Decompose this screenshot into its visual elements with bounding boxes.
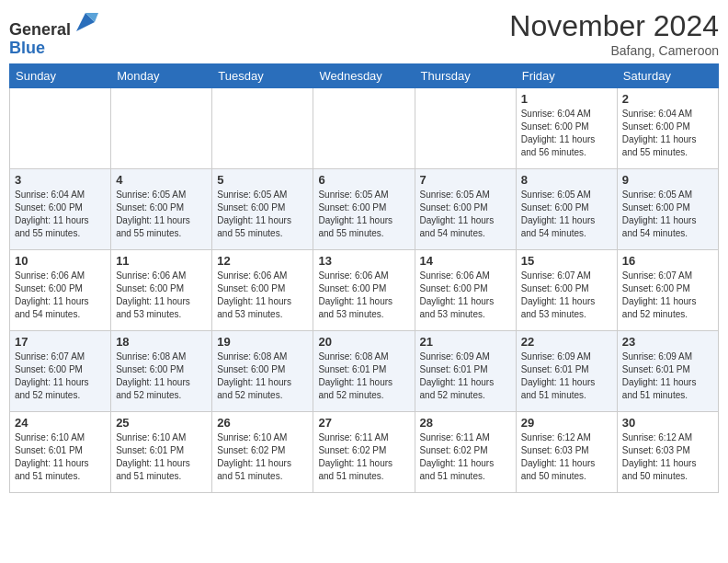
- calendar-cell: 18Sunrise: 6:08 AM Sunset: 6:00 PM Dayli…: [111, 331, 212, 412]
- day-info: Sunrise: 6:04 AM Sunset: 6:00 PM Dayligh…: [622, 108, 713, 159]
- calendar-cell: 28Sunrise: 6:11 AM Sunset: 6:02 PM Dayli…: [415, 412, 516, 493]
- calendar-cell: 12Sunrise: 6:06 AM Sunset: 6:00 PM Dayli…: [212, 250, 313, 331]
- day-number: 11: [116, 254, 207, 268]
- day-number: 15: [521, 254, 612, 268]
- calendar-cell: 13Sunrise: 6:06 AM Sunset: 6:00 PM Dayli…: [313, 250, 415, 331]
- day-info: Sunrise: 6:10 AM Sunset: 6:02 PM Dayligh…: [217, 431, 308, 483]
- weekday-header-monday: Monday: [111, 64, 212, 88]
- weekday-header-wednesday: Wednesday: [313, 64, 415, 88]
- calendar-cell: 5Sunrise: 6:05 AM Sunset: 6:00 PM Daylig…: [212, 169, 313, 250]
- weekday-header-tuesday: Tuesday: [212, 64, 313, 88]
- day-number: 3: [15, 173, 106, 187]
- day-number: 30: [622, 416, 713, 430]
- day-info: Sunrise: 6:06 AM Sunset: 6:00 PM Dayligh…: [420, 270, 511, 321]
- calendar-cell: 30Sunrise: 6:12 AM Sunset: 6:03 PM Dayli…: [617, 412, 718, 493]
- calendar-cell: 24Sunrise: 6:10 AM Sunset: 6:01 PM Dayli…: [10, 412, 111, 493]
- calendar-cell: 11Sunrise: 6:06 AM Sunset: 6:00 PM Dayli…: [111, 250, 212, 331]
- weekday-header-friday: Friday: [516, 64, 617, 88]
- day-info: Sunrise: 6:12 AM Sunset: 6:03 PM Dayligh…: [622, 431, 713, 483]
- calendar-cell: 17Sunrise: 6:07 AM Sunset: 6:00 PM Dayli…: [10, 331, 111, 412]
- day-info: Sunrise: 6:07 AM Sunset: 6:00 PM Dayligh…: [15, 350, 106, 402]
- calendar-cell: [415, 88, 516, 169]
- calendar-cell: 21Sunrise: 6:09 AM Sunset: 6:01 PM Dayli…: [415, 331, 516, 412]
- day-number: 6: [318, 173, 409, 187]
- day-info: Sunrise: 6:05 AM Sunset: 6:00 PM Dayligh…: [217, 189, 308, 240]
- calendar-cell: [313, 88, 415, 169]
- calendar-cell: 26Sunrise: 6:10 AM Sunset: 6:02 PM Dayli…: [212, 412, 313, 493]
- week-row-5: 24Sunrise: 6:10 AM Sunset: 6:01 PM Dayli…: [10, 412, 719, 493]
- logo-blue: Blue: [9, 39, 45, 57]
- calendar-cell: 20Sunrise: 6:08 AM Sunset: 6:01 PM Dayli…: [313, 331, 415, 412]
- day-number: 20: [318, 335, 409, 349]
- week-row-3: 10Sunrise: 6:06 AM Sunset: 6:00 PM Dayli…: [10, 250, 719, 331]
- logo: General Blue: [9, 9, 98, 58]
- day-number: 29: [521, 416, 612, 430]
- day-number: 17: [15, 335, 106, 349]
- calendar-cell: 8Sunrise: 6:05 AM Sunset: 6:00 PM Daylig…: [516, 169, 617, 250]
- day-info: Sunrise: 6:08 AM Sunset: 6:00 PM Dayligh…: [116, 350, 207, 402]
- day-number: 22: [521, 335, 612, 349]
- day-info: Sunrise: 6:10 AM Sunset: 6:01 PM Dayligh…: [116, 431, 207, 483]
- day-number: 9: [622, 173, 713, 187]
- day-number: 1: [521, 92, 612, 106]
- day-info: Sunrise: 6:06 AM Sunset: 6:00 PM Dayligh…: [217, 270, 308, 321]
- calendar-cell: [10, 88, 111, 169]
- weekday-header-saturday: Saturday: [617, 64, 718, 88]
- day-info: Sunrise: 6:06 AM Sunset: 6:00 PM Dayligh…: [15, 270, 106, 321]
- day-number: 25: [116, 416, 207, 430]
- day-number: 7: [420, 173, 511, 187]
- month-title: November 2024: [509, 9, 719, 43]
- logo-general: General: [9, 20, 71, 39]
- week-row-4: 17Sunrise: 6:07 AM Sunset: 6:00 PM Dayli…: [10, 331, 719, 412]
- day-info: Sunrise: 6:06 AM Sunset: 6:00 PM Dayligh…: [116, 270, 207, 321]
- calendar-cell: 6Sunrise: 6:05 AM Sunset: 6:00 PM Daylig…: [313, 169, 415, 250]
- calendar-cell: 29Sunrise: 6:12 AM Sunset: 6:03 PM Dayli…: [516, 412, 617, 493]
- calendar-cell: 14Sunrise: 6:06 AM Sunset: 6:00 PM Dayli…: [415, 250, 516, 331]
- calendar-cell: 22Sunrise: 6:09 AM Sunset: 6:01 PM Dayli…: [516, 331, 617, 412]
- logo-icon: [73, 9, 98, 35]
- day-info: Sunrise: 6:06 AM Sunset: 6:00 PM Dayligh…: [318, 270, 409, 321]
- day-number: 16: [622, 254, 713, 268]
- day-info: Sunrise: 6:05 AM Sunset: 6:00 PM Dayligh…: [420, 189, 511, 240]
- calendar-cell: 1Sunrise: 6:04 AM Sunset: 6:00 PM Daylig…: [516, 88, 617, 169]
- day-info: Sunrise: 6:05 AM Sunset: 6:00 PM Dayligh…: [521, 189, 612, 240]
- day-number: 4: [116, 173, 207, 187]
- day-info: Sunrise: 6:09 AM Sunset: 6:01 PM Dayligh…: [622, 350, 713, 402]
- calendar-cell: 4Sunrise: 6:05 AM Sunset: 6:00 PM Daylig…: [111, 169, 212, 250]
- calendar-cell: 3Sunrise: 6:04 AM Sunset: 6:00 PM Daylig…: [10, 169, 111, 250]
- day-number: 18: [116, 335, 207, 349]
- title-block: November 2024 Bafang, Cameroon: [509, 9, 719, 58]
- day-number: 27: [318, 416, 409, 430]
- calendar-cell: 27Sunrise: 6:11 AM Sunset: 6:02 PM Dayli…: [313, 412, 415, 493]
- location: Bafang, Cameroon: [509, 43, 719, 58]
- day-info: Sunrise: 6:04 AM Sunset: 6:00 PM Dayligh…: [15, 189, 106, 240]
- calendar-cell: 7Sunrise: 6:05 AM Sunset: 6:00 PM Daylig…: [415, 169, 516, 250]
- calendar-cell: 16Sunrise: 6:07 AM Sunset: 6:00 PM Dayli…: [617, 250, 718, 331]
- day-info: Sunrise: 6:09 AM Sunset: 6:01 PM Dayligh…: [521, 350, 612, 402]
- day-info: Sunrise: 6:05 AM Sunset: 6:00 PM Dayligh…: [318, 189, 409, 240]
- day-number: 21: [420, 335, 511, 349]
- day-number: 23: [622, 335, 713, 349]
- week-row-2: 3Sunrise: 6:04 AM Sunset: 6:00 PM Daylig…: [10, 169, 719, 250]
- calendar-cell: 19Sunrise: 6:08 AM Sunset: 6:00 PM Dayli…: [212, 331, 313, 412]
- week-row-1: 1Sunrise: 6:04 AM Sunset: 6:00 PM Daylig…: [10, 88, 719, 169]
- calendar-cell: [212, 88, 313, 169]
- day-number: 10: [15, 254, 106, 268]
- day-number: 19: [217, 335, 308, 349]
- calendar-cell: 10Sunrise: 6:06 AM Sunset: 6:00 PM Dayli…: [10, 250, 111, 331]
- day-info: Sunrise: 6:05 AM Sunset: 6:00 PM Dayligh…: [622, 189, 713, 240]
- calendar-cell: 25Sunrise: 6:10 AM Sunset: 6:01 PM Dayli…: [111, 412, 212, 493]
- day-info: Sunrise: 6:07 AM Sunset: 6:00 PM Dayligh…: [521, 270, 612, 321]
- day-info: Sunrise: 6:11 AM Sunset: 6:02 PM Dayligh…: [318, 431, 409, 483]
- day-number: 24: [15, 416, 106, 430]
- day-info: Sunrise: 6:07 AM Sunset: 6:00 PM Dayligh…: [622, 270, 713, 321]
- day-number: 28: [420, 416, 511, 430]
- day-number: 14: [420, 254, 511, 268]
- day-info: Sunrise: 6:08 AM Sunset: 6:00 PM Dayligh…: [217, 350, 308, 402]
- day-info: Sunrise: 6:12 AM Sunset: 6:03 PM Dayligh…: [521, 431, 612, 483]
- day-info: Sunrise: 6:09 AM Sunset: 6:01 PM Dayligh…: [420, 350, 511, 402]
- calendar-table: SundayMondayTuesdayWednesdayThursdayFrid…: [9, 63, 719, 493]
- weekday-header-thursday: Thursday: [415, 64, 516, 88]
- weekday-header-row: SundayMondayTuesdayWednesdayThursdayFrid…: [10, 64, 719, 88]
- calendar-cell: 15Sunrise: 6:07 AM Sunset: 6:00 PM Dayli…: [516, 250, 617, 331]
